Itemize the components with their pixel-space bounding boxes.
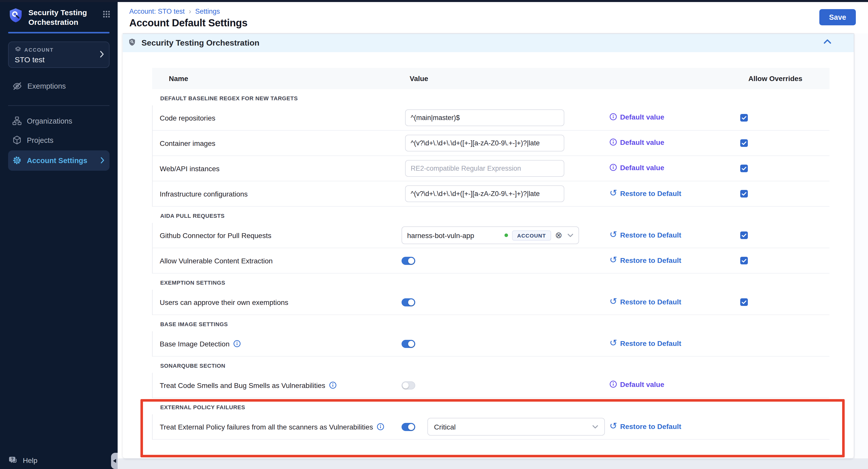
- action-label: Restore to Default: [620, 422, 681, 430]
- info-icon[interactable]: [233, 340, 241, 347]
- settings-row: Treat External Policy failures from all …: [153, 414, 830, 440]
- toggle-switch[interactable]: [402, 340, 415, 348]
- section-rows: Github Connector for Pull Requestsharnes…: [152, 223, 830, 273]
- eye-off-icon: [12, 81, 22, 91]
- check-icon: [741, 166, 747, 171]
- allow-overrides-cell: [740, 298, 830, 306]
- sidebar-nav: ExemptionsOrganizationsProjectsAccount S…: [0, 77, 118, 171]
- check-icon: [741, 191, 747, 197]
- restore-to-default-link[interactable]: ↺Restore to Default: [610, 339, 681, 347]
- chevron-up-icon[interactable]: [824, 39, 832, 44]
- setting-value-cell: [402, 340, 610, 348]
- connector-select[interactable]: harness-bot-vuln-appACCOUNT⊗: [402, 226, 579, 244]
- check-icon: [741, 140, 747, 146]
- settings-row: Code repositoriesDefault value: [153, 105, 830, 131]
- clear-connector-icon[interactable]: ⊗: [555, 231, 562, 240]
- restore-to-default-link[interactable]: ↺Restore to Default: [610, 189, 681, 197]
- svg-text:?: ?: [11, 457, 13, 462]
- column-header-allow-overrides: Allow Overrides: [748, 74, 830, 82]
- sidebar-item-organizations[interactable]: Organizations: [8, 112, 110, 130]
- setting-name: Infrastructure configurations: [160, 190, 248, 198]
- setting-value-cell: [402, 109, 610, 126]
- default-value-link[interactable]: Default value: [610, 113, 664, 121]
- setting-value-cell: [402, 135, 610, 152]
- scrollbar-gutter[interactable]: [854, 33, 868, 458]
- regex-input[interactable]: [405, 160, 564, 177]
- setting-name-cell: Base Image Detection: [160, 340, 402, 348]
- allow-overrides-checkbox[interactable]: [740, 298, 748, 306]
- sidebar-item-account-settings[interactable]: Account Settings: [8, 150, 110, 171]
- account-scope-label: ACCOUNT: [24, 47, 54, 53]
- allow-overrides-checkbox[interactable]: [740, 165, 748, 172]
- setting-action-cell: Default value: [610, 380, 740, 390]
- breadcrumb-settings-link[interactable]: Settings: [195, 7, 220, 15]
- chevron-down-icon[interactable]: [567, 233, 574, 237]
- section-label: DEFAULT BASELINE REGEX FOR NEW TARGETS: [160, 95, 830, 101]
- regex-input[interactable]: [405, 186, 564, 202]
- allow-overrides-checkbox[interactable]: [740, 190, 748, 198]
- chevron-down-icon[interactable]: [592, 425, 598, 429]
- section-rows: Users can approve their own exemptions↺R…: [152, 290, 830, 315]
- settings-section: AIDA PULL REQUESTSGithub Connector for P…: [152, 207, 830, 273]
- section-rows: Treat External Policy failures from all …: [152, 414, 830, 440]
- setting-name: Allow Vulnerable Content Extraction: [160, 257, 273, 265]
- setting-value-cell: [402, 381, 610, 389]
- sidebar-item-projects[interactable]: Projects: [8, 131, 110, 149]
- setting-action-cell: Default value: [610, 113, 740, 123]
- cube-icon: [12, 135, 22, 145]
- action-label: Restore to Default: [620, 256, 681, 264]
- section-rows: Base Image Detection↺Restore to Default: [152, 331, 830, 357]
- setting-value-cell: Critical: [402, 418, 610, 436]
- allow-overrides-checkbox[interactable]: [740, 139, 748, 147]
- default-value-link[interactable]: Default value: [610, 164, 664, 172]
- chevron-right-icon: [100, 157, 104, 164]
- settings-row: Treat Code Smells and Bug Smells as Vuln…: [153, 373, 830, 398]
- account-scope-selector[interactable]: ACCOUNT STO test: [8, 41, 110, 68]
- allow-overrides-cell: [740, 165, 830, 172]
- panel-header[interactable]: Security Testing Orchestration: [123, 33, 854, 52]
- restore-to-default-link[interactable]: ↺Restore to Default: [610, 422, 681, 430]
- sidebar-item-exemptions[interactable]: Exemptions: [8, 77, 110, 95]
- settings-section: SONARQUBE SECTIONTreat Code Smells and B…: [152, 357, 830, 398]
- default-value-link[interactable]: Default value: [610, 138, 664, 146]
- restore-to-default-link[interactable]: ↺Restore to Default: [610, 298, 681, 306]
- info-icon: [610, 164, 617, 171]
- regex-input[interactable]: [405, 109, 564, 126]
- toggle-switch[interactable]: [402, 381, 415, 389]
- sidebar-item-help[interactable]: ? Help: [8, 455, 37, 465]
- settings-row: Container imagesDefault value: [153, 131, 830, 156]
- account-name: STO test: [15, 55, 94, 64]
- setting-name-cell: Github Connector for Pull Requests: [160, 231, 402, 239]
- page-title: Account Default Settings: [129, 17, 247, 29]
- settings-row: Github Connector for Pull Requestsharnes…: [153, 223, 830, 248]
- toggle-switch[interactable]: [402, 423, 415, 431]
- setting-name-cell: Users can approve their own exemptions: [160, 298, 402, 306]
- action-label: Restore to Default: [620, 339, 681, 347]
- setting-name: Users can approve their own exemptions: [160, 298, 288, 306]
- toggle-switch[interactable]: [402, 257, 415, 265]
- toggle-switch[interactable]: [402, 298, 415, 306]
- sidebar-item-label: Projects: [27, 136, 54, 144]
- info-icon[interactable]: [376, 423, 384, 431]
- module-grid-icon[interactable]: [102, 10, 111, 20]
- allow-overrides-checkbox[interactable]: [740, 257, 748, 264]
- setting-name-cell: Allow Vulnerable Content Extraction: [160, 257, 402, 265]
- setting-action-cell: ↺Restore to Default: [610, 189, 740, 198]
- severity-select[interactable]: Critical: [427, 418, 605, 436]
- save-button[interactable]: Save: [819, 9, 856, 25]
- info-icon: [610, 138, 617, 146]
- allow-overrides-checkbox[interactable]: [740, 231, 748, 239]
- action-label: Restore to Default: [620, 231, 681, 239]
- allow-overrides-checkbox[interactable]: [740, 114, 748, 122]
- default-value-link[interactable]: Default value: [610, 380, 664, 389]
- restore-to-default-link[interactable]: ↺Restore to Default: [610, 231, 681, 239]
- sidebar-collapse-handle[interactable]: [111, 453, 118, 469]
- setting-name-cell: Container images: [160, 139, 402, 147]
- undo-icon: ↺: [610, 422, 617, 429]
- restore-to-default-link[interactable]: ↺Restore to Default: [610, 256, 681, 264]
- info-icon[interactable]: [329, 381, 336, 389]
- setting-action-cell: Default value: [610, 138, 740, 148]
- breadcrumb-account-link[interactable]: Account: STO test: [129, 7, 185, 15]
- regex-input[interactable]: [405, 135, 564, 152]
- section-label: EXTERNAL POLICY FAILURES: [160, 404, 830, 410]
